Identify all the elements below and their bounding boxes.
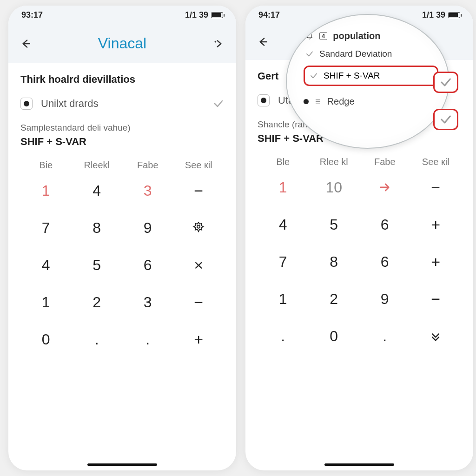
key-minus[interactable]: − <box>410 173 462 202</box>
col-header: Rlee kl <box>309 157 360 167</box>
check-icon <box>213 98 224 109</box>
status-bar: 93:17 1/1 39 <box>8 6 236 22</box>
highlight-check-2 <box>433 109 458 130</box>
key-6[interactable]: 6 <box>122 251 173 279</box>
gear-icon <box>192 221 205 234</box>
page-title: Vinacal <box>98 35 146 52</box>
key-1[interactable]: 1 <box>258 173 309 202</box>
key-3b[interactable]: 3 <box>122 288 173 317</box>
key-headers: Ble Rlee kl Fabe See кіl <box>258 157 461 167</box>
arrow-left-icon <box>20 38 32 50</box>
small-label: Samplestandard deli vahue) <box>20 123 224 133</box>
key-dot-b[interactable]: . <box>359 322 410 350</box>
key-8[interactable]: 8 <box>72 213 123 242</box>
key-1[interactable]: 1 <box>20 176 72 205</box>
nav-bar: Vinacal <box>8 22 236 63</box>
col-header: See кіl <box>173 160 225 171</box>
header-badge: 4 <box>319 32 327 40</box>
option-row[interactable]: Unilxt drards <box>20 98 224 110</box>
key-5[interactable]: 5 <box>309 210 360 239</box>
magnifier-highlight-label: SHIF + S-VAR <box>324 71 380 81</box>
status-time: 94:17 <box>258 10 280 20</box>
magnifier-bottom-row[interactable]: ≡ Redge <box>304 96 438 107</box>
forward-button[interactable] <box>212 37 226 51</box>
key-6[interactable]: 6 <box>359 210 410 239</box>
key-5[interactable]: 5 <box>72 251 123 279</box>
check-icon <box>305 50 314 58</box>
battery-icon <box>448 12 460 18</box>
magnifier-item-stddev[interactable]: Sandard Deviation <box>304 45 438 63</box>
radio-dot-icon <box>304 99 309 104</box>
key-plus-b[interactable]: + <box>410 247 462 276</box>
key-7[interactable]: 7 <box>258 247 309 276</box>
back-button[interactable] <box>19 37 33 51</box>
key-4[interactable]: 4 <box>72 176 123 205</box>
key-10[interactable]: 10 <box>309 173 360 202</box>
magnifier-header: 4 population <box>304 27 438 45</box>
key-2[interactable]: 2 <box>72 288 123 317</box>
key-9[interactable]: 9 <box>122 213 173 242</box>
home-indicator[interactable] <box>87 463 157 466</box>
magnifier-bottom-label: Redge <box>327 96 355 107</box>
content: Thirk hoalrd dievillatios Unilxt drards … <box>8 63 236 354</box>
key-dot[interactable]: . <box>258 322 309 350</box>
status-signal: 1/1 39 <box>422 10 445 20</box>
key-settings[interactable] <box>173 213 225 242</box>
keypad: 1 4 3 − 7 8 9 4 5 6 × 1 2 3 − 0 . . + <box>20 176 224 354</box>
key-minus-b[interactable]: − <box>410 284 462 313</box>
radio-button[interactable] <box>258 94 270 106</box>
key-8[interactable]: 8 <box>309 247 360 276</box>
magnifier-item-label: Sandard Deviation <box>319 49 392 59</box>
magnifier-overlay: 4 population Sandard Deviation SHIF + S-… <box>286 14 450 149</box>
svg-point-1 <box>197 225 200 228</box>
key-7[interactable]: 7 <box>20 213 72 242</box>
back-button[interactable] <box>256 35 270 49</box>
phone-left: 93:17 1/1 39 Vinacal Thirk hoalrd dievil… <box>8 6 236 470</box>
key-3[interactable]: 3 <box>122 176 173 205</box>
combo-label: SHIF + S-VAR <box>20 136 224 148</box>
key-4[interactable]: 4 <box>258 210 309 239</box>
chevron-right-icon <box>213 38 225 50</box>
arrow-right-icon <box>378 181 391 194</box>
option-label: Unilxt drards <box>41 98 205 110</box>
status-right: 1/1 39 <box>185 10 223 20</box>
key-headers: Bie Rleekl Fabe See кіl <box>20 160 224 171</box>
key-plus[interactable]: + <box>173 325 225 354</box>
key-1b[interactable]: 1 <box>258 284 309 313</box>
col-header: See кіl <box>410 157 462 167</box>
key-dot-b[interactable]: . <box>122 325 173 354</box>
status-right: 1/1 39 <box>422 10 460 20</box>
magnifier-header-text: population <box>333 31 380 41</box>
key-9[interactable]: 9 <box>359 284 410 313</box>
battery-icon <box>211 12 223 18</box>
key-0[interactable]: 0 <box>309 322 360 350</box>
key-1b[interactable]: 1 <box>20 288 72 317</box>
col-header: Fabe <box>359 157 410 167</box>
check-icon <box>310 72 318 80</box>
key-minus[interactable]: − <box>173 176 225 205</box>
magnifier-item-highlighted[interactable]: SHIF + S-VAR <box>304 66 438 86</box>
col-header: Fabe <box>122 160 173 171</box>
key-0[interactable]: 0 <box>20 325 72 354</box>
status-signal: 1/1 39 <box>185 10 208 20</box>
key-arrow[interactable] <box>359 173 410 202</box>
key-2[interactable]: 2 <box>309 284 360 313</box>
home-indicator[interactable] <box>324 463 394 466</box>
check-icon <box>439 76 452 89</box>
col-header: Bie <box>20 160 72 171</box>
key-down[interactable] <box>410 322 462 350</box>
col-header: Ble <box>258 157 309 167</box>
check-icon <box>439 113 452 126</box>
key-dot[interactable]: . <box>72 325 123 354</box>
key-minus-b[interactable]: − <box>173 288 225 317</box>
radio-button[interactable] <box>20 98 33 110</box>
svg-point-0 <box>215 41 216 42</box>
section-heading: Thirk hoalrd dievillatios <box>20 73 224 86</box>
keypad: 1 10 − 4 5 6 + 7 8 6 + 1 2 9 − . 0 . <box>258 173 461 350</box>
status-time: 93:17 <box>21 10 43 20</box>
key-4b[interactable]: 4 <box>20 251 72 279</box>
arrow-left-icon <box>257 36 269 48</box>
key-6b[interactable]: 6 <box>359 247 410 276</box>
key-multiply[interactable]: × <box>173 251 225 279</box>
key-plus[interactable]: + <box>410 210 462 239</box>
